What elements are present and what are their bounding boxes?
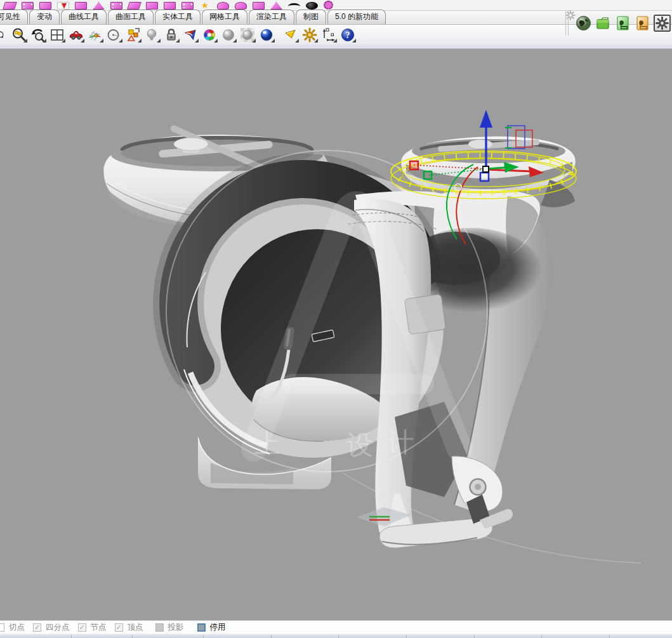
gear-icon[interactable] — [654, 15, 671, 32]
cone-icon[interactable] — [282, 26, 299, 43]
black-sphere-icon[interactable] — [306, 2, 318, 10]
viewport-canvas[interactable]: 上 设 计 — [0, 49, 672, 620]
color-wheel-icon[interactable] — [201, 26, 218, 43]
osnap-checkbox-tangent[interactable] — [0, 623, 4, 632]
tab-new-in-50[interactable]: 5.0 的新功能 — [327, 10, 386, 24]
zoom-window-icon[interactable] — [0, 26, 8, 43]
solid-dome-icon[interactable] — [217, 2, 229, 10]
origin-handle[interactable] — [483, 166, 489, 172]
solid-points-box-icon[interactable] — [181, 2, 194, 10]
tab-mesh-tools[interactable]: 网格工具 — [202, 10, 247, 24]
earth-icon[interactable] — [575, 15, 592, 32]
solid-box-icon[interactable] — [39, 2, 51, 10]
blue-handle[interactable] — [480, 173, 489, 181]
folder-icon[interactable] — [595, 15, 612, 32]
sphere-pattern-icon[interactable] — [239, 26, 256, 43]
selection-filter-icon[interactable] — [124, 26, 142, 43]
toolbar-bottom-strip — [0, 44, 672, 49]
osnap-checkbox-quadrant[interactable]: ✓ — [33, 623, 41, 632]
gear-icon[interactable] — [301, 26, 318, 43]
solid-pipe-icon[interactable] — [270, 2, 282, 10]
help-icon[interactable]: ? — [339, 26, 356, 43]
solid-split-box-icon[interactable] — [253, 2, 265, 10]
solid-box-points-icon[interactable] — [22, 2, 34, 10]
osnap-label-knot[interactable]: 节点 — [91, 622, 107, 633]
solid-slabs-icon[interactable] — [127, 2, 142, 10]
disable-label[interactable]: 停用 — [210, 622, 226, 633]
document-orange-icon[interactable] — [634, 15, 651, 32]
tab-transform[interactable]: 变动 — [29, 10, 60, 24]
zoom-back-icon[interactable] — [29, 26, 46, 43]
solid-ring-icon[interactable] — [235, 2, 247, 10]
svg-text:计: 计 — [387, 427, 414, 457]
zoom-selected-icon[interactable] — [10, 26, 27, 43]
solid-big-box-icon[interactable] — [146, 2, 158, 10]
osnap-label-vertex[interactable]: 顶点 — [128, 622, 143, 633]
car-icon[interactable] — [67, 26, 84, 43]
star-arrow-icon[interactable] — [199, 2, 211, 10]
magenta-gear-icon[interactable] — [324, 1, 333, 10]
tab-surface-tools[interactable]: 曲面工具 — [108, 10, 154, 24]
red-down-arrow-icon[interactable] — [57, 2, 69, 10]
lamp-icon[interactable] — [143, 26, 161, 43]
osnap-checkbox-vertex[interactable]: ✓ — [115, 623, 123, 632]
osnap-label-quadrant[interactable]: 四分点 — [46, 622, 70, 633]
circle-center-icon[interactable] — [105, 26, 122, 43]
project-toggle[interactable] — [155, 623, 164, 632]
disable-toggle[interactable] — [197, 623, 206, 632]
red-handle[interactable] — [410, 161, 418, 169]
lock-icon[interactable] — [162, 26, 180, 43]
svg-text:上: 上 — [254, 429, 280, 458]
bottom-strip — [0, 634, 672, 638]
svg-text:设: 设 — [346, 430, 373, 460]
osnap-bar: 切点 ✓ 四分点 ✓ 节点 ✓ 顶点 投影 停用 — [0, 620, 672, 634]
dimension-icon[interactable] — [320, 26, 337, 43]
shaded-view-icon[interactable] — [181, 26, 199, 43]
tab-drafting[interactable]: 制图 — [296, 10, 326, 24]
blue-sphere-icon[interactable] — [258, 26, 275, 43]
solid-wedge-icon[interactable] — [93, 2, 105, 10]
quick-access-group — [565, 10, 671, 36]
tab-render-tools[interactable]: 渲染工具 — [249, 10, 294, 24]
black-arc-icon[interactable] — [288, 3, 300, 10]
document-green-icon[interactable] — [614, 15, 631, 32]
osnap-label-tangent[interactable]: 切点 — [9, 622, 25, 633]
solid-cylinder-box-icon[interactable] — [164, 2, 176, 10]
viewport-layout-icon[interactable] — [48, 26, 65, 43]
svg-text:?: ? — [345, 30, 350, 40]
sphere-icon[interactable] — [220, 26, 237, 43]
tab-visibility[interactable]: 可见性 — [0, 10, 28, 24]
osnap-checkbox-knot[interactable]: ✓ — [78, 623, 86, 632]
project-label[interactable]: 投影 — [168, 622, 184, 633]
solid-control-points-icon[interactable] — [110, 2, 122, 10]
mobile-cplane-icon[interactable] — [86, 26, 103, 43]
solid-box-rotated-icon[interactable] — [75, 2, 87, 10]
toolbar-separator — [565, 10, 569, 36]
tab-solid-tools[interactable]: 实体工具 — [155, 10, 201, 24]
viewport-3d[interactable]: 上 设 计 — [0, 49, 672, 620]
solid-plane-icon[interactable] — [3, 2, 17, 10]
tab-curve-tools[interactable]: 曲线工具 — [61, 10, 107, 24]
